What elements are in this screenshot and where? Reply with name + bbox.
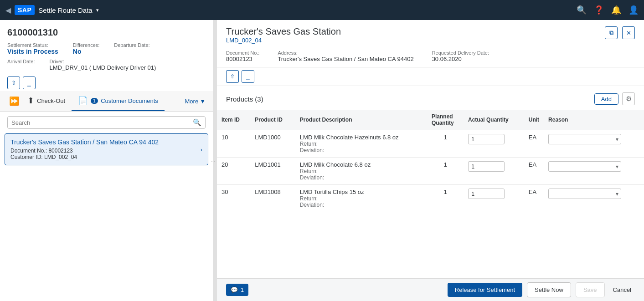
topbar-icons: 🔍 ❓ 🔔 👤 [577, 5, 639, 15]
row3-reason-wrapper [548, 189, 621, 199]
search-box: 🔍 [7, 116, 206, 129]
products-table: Item ID Product ID Product Description P… [217, 110, 644, 212]
customer-card[interactable]: Trucker's Saves Gas Station / San Mateo … [5, 133, 208, 165]
arrival-date-label: Arrival Date: [7, 59, 35, 64]
row3-reason-select[interactable] [548, 189, 621, 199]
row1-deviation: Deviation: [300, 147, 422, 153]
row2-actual-qty-input[interactable] [468, 161, 505, 172]
bottom-bar: 💬 1 Release for Settlement Settle Now Sa… [217, 278, 644, 301]
expand-icon-btn[interactable]: ⧉ [605, 26, 618, 39]
driver-value: LMD_DRV_01 ( LMD Delivery Driver 01) [50, 64, 156, 71]
left-panel: 6100001310 Settlement Status: Visits in … [0, 20, 213, 301]
right-address-block: Address: Trucker's Saves Gas Station / S… [278, 50, 413, 62]
right-header-top: Trucker's Saves Gas Station LMD_002_04 ⧉… [226, 26, 635, 48]
products-title: Products (3) [226, 95, 263, 103]
row1-actual-qty-cell [464, 130, 524, 158]
settlement-status-label: Settlement Status: [7, 42, 58, 48]
row3-item-id: 30 [217, 185, 250, 212]
add-button[interactable]: Add [594, 93, 618, 105]
th-planned-qty: PlannedQuantity [427, 110, 464, 130]
release-for-settlement-button[interactable]: Release for Settlement [448, 283, 522, 297]
back-arrow[interactable]: ◀ [5, 6, 11, 15]
right-doc-no-value: 80002123 [226, 56, 252, 62]
customer-doc-no: Document No.: 80002123 [10, 148, 202, 154]
settle-now-button[interactable]: Settle Now [527, 282, 571, 297]
station-subtitle: LMD_002_04 [226, 37, 341, 44]
th-item-id: Item ID [217, 110, 250, 130]
table-row: 20 LMD1001 LMD Milk Chocolate 6.8 oz Ret… [217, 158, 644, 185]
arrival-date-block: Arrival Date: [7, 59, 35, 71]
row3-return-label: Return: [300, 195, 318, 202]
differences-value: No [73, 48, 82, 55]
route-id: 6100001310 [7, 27, 206, 38]
topbar-left: ◀ SAP Settle Route Data ▾ [5, 5, 571, 15]
right-pin-btn[interactable]: ⎯ [242, 70, 254, 83]
user-icon[interactable]: 👤 [629, 5, 639, 15]
departure-date-label: Departure Date: [114, 42, 149, 48]
products-header-right: Add ⚙ [594, 92, 635, 105]
docs-label: Customer Documents [101, 97, 158, 104]
row3-planned-qty: 1 [427, 185, 464, 212]
row1-return-label: Return: [300, 141, 318, 147]
right-collapse-btn[interactable]: ⇧ [226, 70, 239, 83]
search-input[interactable] [11, 119, 193, 126]
row3-unit: EA [524, 185, 544, 212]
differences-block: Differences: No [73, 42, 100, 55]
row1-reason-cell [544, 130, 644, 158]
th-product-id: Product ID [250, 110, 295, 130]
row1-deviation-label: Deviation: [300, 147, 324, 153]
row1-return: Return: [300, 141, 422, 147]
products-area: Products (3) Add ⚙ Item ID Product ID Pr… [217, 86, 644, 278]
cancel-button[interactable]: Cancel [609, 283, 635, 297]
table-header: Item ID Product ID Product Description P… [217, 110, 644, 130]
row2-unit: EA [524, 158, 544, 185]
row3-deviation-label: Deviation: [300, 202, 324, 208]
panel-resizer[interactable]: ⋮ [213, 20, 217, 301]
tab-customer-docs[interactable]: 📄 1 Customer Documents [72, 91, 165, 111]
collapse-btn[interactable]: ⇧ [7, 77, 20, 89]
more-btn[interactable]: More ▼ [185, 98, 206, 105]
save-button[interactable]: Save [576, 282, 605, 297]
search-area: 🔍 [0, 112, 213, 133]
close-icon-btn[interactable]: ✕ [622, 26, 635, 39]
row1-reason-wrapper [548, 134, 621, 144]
chat-badge[interactable]: 💬 1 [226, 284, 248, 296]
search-icon[interactable]: 🔍 [577, 5, 587, 15]
main-layout: 6100001310 Settlement Status: Visits in … [0, 20, 644, 301]
notification-icon[interactable]: 🔔 [611, 5, 621, 15]
arrival-driver: Arrival Date: Driver: LMD_DRV_01 ( LMD D… [7, 59, 206, 71]
left-header: 6100001310 Settlement Status: Visits in … [0, 20, 213, 75]
search-icon[interactable]: 🔍 [193, 118, 201, 127]
more-chevron-icon: ▼ [200, 98, 206, 105]
right-address-label: Address: [278, 50, 413, 56]
topbar-dropdown-arrow[interactable]: ▾ [96, 7, 99, 13]
settings-gear-btn[interactable]: ⚙ [622, 92, 635, 105]
right-delivery-date-block: Requested Delivery Date: 30.06.2020 [432, 50, 489, 62]
right-panel: Trucker's Saves Gas Station LMD_002_04 ⧉… [217, 20, 644, 301]
help-icon[interactable]: ❓ [594, 5, 604, 15]
row2-desc-text: LMD Milk Chocolate 6.8 oz [300, 161, 422, 168]
row1-actual-qty-input[interactable] [468, 134, 505, 144]
driver-label: Driver: [50, 59, 156, 64]
left-meta: Settlement Status: Visits in Process Dif… [7, 42, 206, 55]
table-row: 10 LMD1000 LMD Milk Chocolate Hazelnuts … [217, 130, 644, 158]
row3-product-id: LMD1008 [250, 185, 295, 212]
right-doc-no-block: Document No.: 80002123 [226, 50, 259, 62]
row1-reason-select[interactable] [548, 134, 621, 144]
more-label: More [185, 98, 199, 105]
customer-list: Trucker's Saves Gas Station / San Mateo … [0, 133, 213, 301]
row1-desc-text: LMD Milk Chocolate Hazelnuts 6.8 oz [300, 134, 422, 141]
differences-label: Differences: [73, 42, 100, 48]
tab-checkout[interactable]: ⬆ Check-Out [21, 91, 72, 111]
table-body: 10 LMD1000 LMD Milk Chocolate Hazelnuts … [217, 130, 644, 212]
row2-planned-qty: 1 [427, 158, 464, 185]
doc-no-value: 80002123 [48, 148, 72, 154]
pin-btn[interactable]: ⎯ [23, 77, 36, 89]
right-delivery-date-value: 30.06.2020 [432, 56, 462, 62]
row2-reason-select[interactable] [548, 161, 621, 172]
row3-actual-qty-input[interactable] [468, 189, 505, 199]
row2-deviation-label: Deviation: [300, 174, 324, 181]
topbar: ◀ SAP Settle Route Data ▾ 🔍 ❓ 🔔 👤 [0, 0, 644, 20]
app-title: Settle Route Data [38, 6, 92, 14]
station-info: Trucker's Saves Gas Station LMD_002_04 [226, 26, 341, 48]
